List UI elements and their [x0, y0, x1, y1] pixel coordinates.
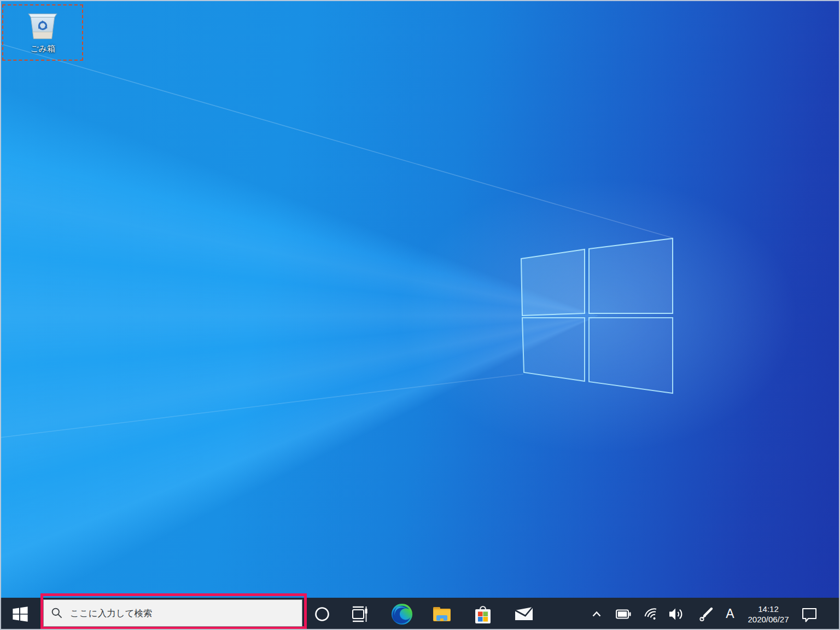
edge-icon	[390, 603, 413, 626]
pen-icon	[697, 605, 715, 623]
recycle-bin-label: ごみ箱	[30, 44, 55, 53]
edge-button[interactable]	[390, 598, 414, 630]
taskbar-search-box[interactable]	[43, 599, 302, 627]
ime-mode-indicator: A	[726, 606, 734, 621]
hidden-icons-button[interactable]	[585, 598, 609, 630]
task-view-icon	[351, 605, 369, 623]
start-button[interactable]	[8, 598, 32, 630]
windows-logo-wallpaper	[0, 0, 840, 598]
volume-button[interactable]	[664, 598, 688, 630]
wifi-status-button[interactable]	[639, 598, 663, 630]
desktop-wallpaper: ごみ箱	[0, 0, 840, 598]
task-view-button[interactable]	[348, 598, 372, 630]
windows-start-icon	[12, 606, 28, 622]
clock-button[interactable]: 14:12 2020/06/27	[742, 598, 795, 630]
search-icon	[51, 607, 63, 619]
ime-mode-button[interactable]: A	[718, 598, 742, 630]
file-explorer-button[interactable]	[430, 598, 454, 630]
windows-ink-button[interactable]	[694, 598, 718, 630]
cortana-circle-icon	[314, 606, 330, 622]
clock-date: 2020/06/27	[748, 614, 789, 625]
volume-icon	[667, 605, 685, 623]
action-center-button[interactable]	[797, 598, 821, 630]
battery-icon	[614, 605, 633, 623]
action-center-icon	[801, 605, 818, 623]
mail-icon	[513, 603, 535, 625]
search-input[interactable]	[69, 608, 277, 619]
battery-status-button[interactable]	[611, 598, 635, 630]
chevron-up-icon	[590, 607, 604, 621]
recycle-bin-icon	[26, 9, 60, 43]
microsoft-store-button[interactable]	[471, 598, 495, 630]
mail-button[interactable]	[512, 598, 536, 630]
desktop-icon-recycle-bin[interactable]: ごみ箱	[2, 4, 83, 61]
windows-desktop-screen: ごみ箱	[0, 0, 840, 630]
wifi-icon	[642, 605, 661, 623]
file-explorer-icon	[431, 603, 453, 625]
cortana-button[interactable]	[310, 598, 334, 630]
microsoft-store-icon	[472, 603, 494, 625]
clock-time: 14:12	[758, 604, 779, 614]
